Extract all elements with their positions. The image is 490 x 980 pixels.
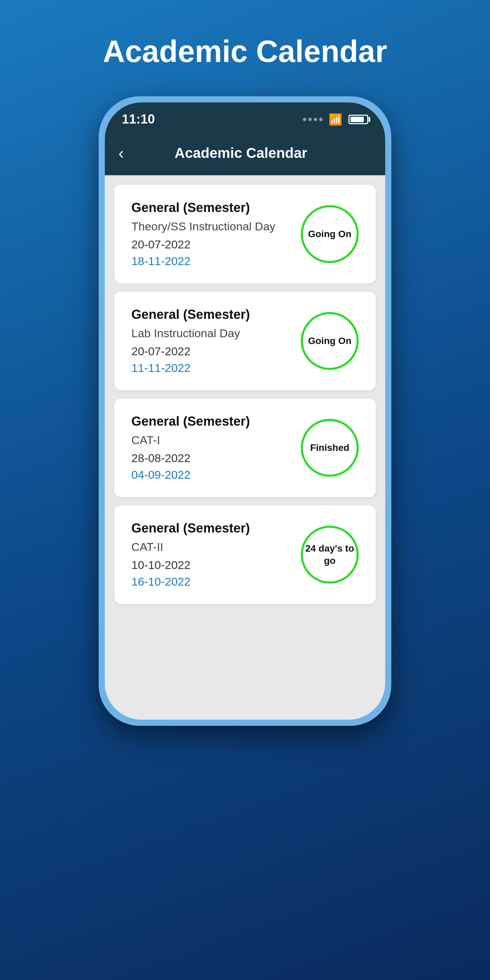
card-end-date-1: 18-11-2022 (131, 255, 291, 268)
card-info-3: General (Semester) CAT-I 28-08-2022 04-0… (131, 414, 291, 482)
card-title-3: General (Semester) (131, 414, 291, 429)
card-subtitle-2: Lab Instructional Day (131, 327, 291, 340)
page-title: Academic Calendar (0, 34, 490, 69)
card-title-2: General (Semester) (131, 307, 291, 322)
signal-dots-icon (303, 118, 323, 121)
card-subtitle-4: CAT-II (131, 540, 291, 554)
wifi-icon: 📶 (329, 113, 342, 126)
bottom-spacer (105, 624, 385, 720)
phone-inner: 11:10 📶 ‹ Academic Calendar (105, 102, 385, 720)
status-text-1: Going On (308, 228, 352, 240)
card-end-date-3: 04-09-2022 (131, 468, 291, 482)
calendar-card-1[interactable]: General (Semester) Theory/SS Instruction… (115, 185, 375, 283)
calendar-card-4[interactable]: General (Semester) CAT-II 10-10-2022 16-… (115, 505, 375, 604)
card-end-date-4: 16-10-2022 (131, 575, 291, 588)
back-button[interactable]: ‹ (118, 143, 124, 162)
nav-title: Academic Calendar (130, 145, 351, 161)
status-text-4: 24 day's to go (303, 542, 356, 567)
status-time: 11:10 (122, 112, 155, 127)
card-start-date-3: 28-08-2022 (131, 452, 291, 465)
card-title-4: General (Semester) (131, 521, 291, 536)
card-info-1: General (Semester) Theory/SS Instruction… (131, 200, 291, 268)
phone-frame: 11:10 📶 ‹ Academic Calendar (99, 96, 391, 726)
card-start-date-1: 20-07-2022 (131, 238, 291, 251)
calendar-card-2[interactable]: General (Semester) Lab Instructional Day… (115, 292, 375, 390)
calendar-card-3[interactable]: General (Semester) CAT-I 28-08-2022 04-0… (115, 398, 375, 497)
card-title-1: General (Semester) (131, 200, 291, 215)
status-circle-3: Finished (301, 419, 359, 477)
status-circle-2: Going On (301, 312, 359, 370)
content-area: General (Semester) Theory/SS Instruction… (105, 175, 385, 624)
card-info-2: General (Semester) Lab Instructional Day… (131, 307, 291, 375)
battery-icon (348, 115, 368, 124)
nav-bar: ‹ Academic Calendar (105, 134, 385, 175)
status-bar: 11:10 📶 (105, 102, 385, 134)
card-subtitle-1: Theory/SS Instructional Day (131, 220, 291, 233)
status-text-3: Finished (310, 442, 349, 454)
status-circle-1: Going On (301, 205, 359, 263)
card-info-4: General (Semester) CAT-II 10-10-2022 16-… (131, 521, 291, 588)
card-subtitle-3: CAT-I (131, 434, 291, 447)
status-circle-4: 24 day's to go (301, 526, 359, 584)
card-start-date-4: 10-10-2022 (131, 558, 291, 572)
status-text-2: Going On (308, 335, 352, 347)
card-end-date-2: 11-11-2022 (131, 361, 291, 375)
status-icons: 📶 (303, 113, 368, 126)
card-start-date-2: 20-07-2022 (131, 345, 291, 358)
